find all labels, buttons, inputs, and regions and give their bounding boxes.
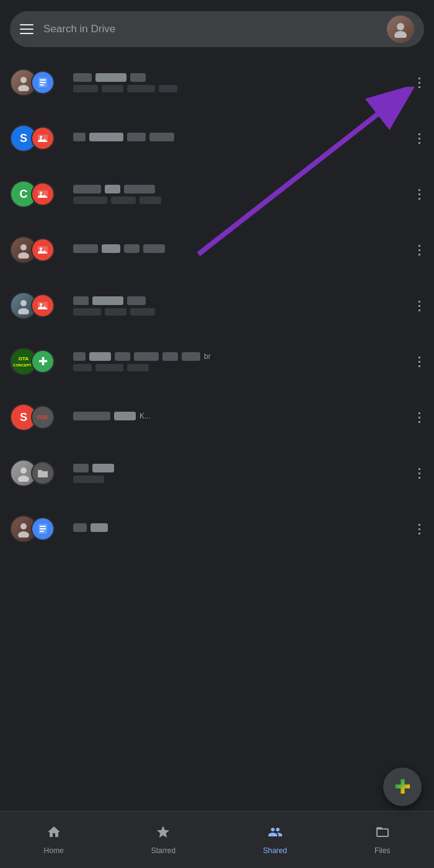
files-icon bbox=[375, 825, 390, 843]
more-options-button[interactable]: ⋮ bbox=[409, 73, 429, 92]
avatar-image bbox=[387, 16, 414, 43]
file-meta-row bbox=[73, 476, 409, 483]
svg-point-15 bbox=[18, 252, 29, 259]
svg-point-17 bbox=[40, 247, 42, 250]
file-meta-row bbox=[73, 308, 409, 316]
file-meta-row bbox=[73, 197, 409, 204]
svg-point-14 bbox=[20, 244, 27, 250]
file-type-folder-icon bbox=[31, 461, 55, 485]
nav-files-label: Files bbox=[374, 846, 390, 855]
file-info: K... bbox=[73, 412, 409, 423]
file-type-image-icon bbox=[31, 294, 55, 317]
file-item-icons bbox=[10, 459, 66, 487]
list-item[interactable]: ⋮ bbox=[0, 445, 434, 501]
fab-button[interactable]: ✚ bbox=[383, 768, 422, 806]
file-info bbox=[73, 244, 409, 256]
bottom-navigation: Home Starred Shared Files bbox=[0, 811, 434, 868]
file-info bbox=[73, 523, 409, 535]
svg-point-4 bbox=[20, 77, 27, 83]
search-bar[interactable]: Search in Drive bbox=[10, 11, 424, 47]
file-name-row bbox=[73, 73, 409, 82]
svg-rect-30 bbox=[40, 526, 46, 527]
nav-home[interactable]: Home bbox=[32, 820, 76, 860]
nav-shared[interactable]: Shared bbox=[250, 820, 299, 860]
list-item[interactable]: GTA CONCEPTS ✚ br ⋮ bbox=[0, 334, 434, 389]
list-item[interactable]: S ⋮ bbox=[0, 110, 434, 166]
file-item-icons bbox=[10, 515, 66, 542]
file-type-plus-icon: ✚ bbox=[31, 350, 55, 373]
file-name-row bbox=[73, 296, 409, 305]
list-item[interactable]: S PDF K... ⋮ bbox=[0, 389, 434, 445]
home-icon bbox=[46, 825, 61, 843]
file-type-pdf-icon: PDF bbox=[31, 405, 55, 429]
svg-rect-9 bbox=[40, 84, 44, 86]
list-item[interactable]: ⋮ bbox=[0, 222, 434, 278]
file-info bbox=[73, 73, 409, 92]
more-options-button[interactable]: ⋮ bbox=[409, 184, 429, 204]
svg-point-25 bbox=[20, 467, 27, 474]
svg-point-0 bbox=[397, 23, 404, 30]
file-list: ⋮ S ⋮ C bbox=[0, 55, 434, 619]
file-type-doc-icon bbox=[31, 517, 55, 541]
file-meta-row bbox=[73, 364, 409, 371]
menu-icon[interactable] bbox=[20, 24, 33, 34]
nav-shared-label: Shared bbox=[263, 846, 287, 855]
file-item-icons: GTA CONCEPTS ✚ bbox=[10, 348, 66, 375]
star-icon bbox=[156, 825, 170, 843]
svg-point-18 bbox=[20, 300, 27, 306]
svg-rect-31 bbox=[40, 528, 46, 529]
svg-point-19 bbox=[18, 308, 29, 314]
file-type-doc-icon bbox=[31, 71, 55, 94]
nav-starred-label: Starred bbox=[151, 846, 175, 855]
file-name-row: br bbox=[73, 352, 409, 361]
file-name-row bbox=[73, 523, 409, 532]
file-item-icons bbox=[10, 292, 66, 319]
nav-files[interactable]: Files bbox=[362, 820, 402, 860]
file-info bbox=[73, 296, 409, 316]
file-item-icons: C bbox=[10, 180, 66, 208]
more-options-button[interactable]: ⋮ bbox=[409, 519, 429, 539]
more-options-button[interactable]: ⋮ bbox=[409, 463, 429, 483]
svg-point-27 bbox=[20, 523, 27, 529]
svg-point-11 bbox=[40, 136, 42, 138]
file-meta-row bbox=[73, 85, 409, 92]
more-options-button[interactable]: ⋮ bbox=[409, 296, 429, 316]
file-info bbox=[73, 185, 409, 204]
file-info: br bbox=[73, 352, 409, 371]
file-item-icons: S PDF bbox=[10, 404, 66, 431]
list-item[interactable]: C ⋮ bbox=[0, 166, 434, 222]
svg-point-1 bbox=[394, 31, 407, 38]
more-options-button[interactable]: ⋮ bbox=[409, 128, 429, 148]
svg-point-5 bbox=[18, 85, 29, 91]
nav-starred[interactable]: Starred bbox=[139, 820, 188, 860]
file-info bbox=[73, 464, 409, 483]
svg-rect-7 bbox=[40, 79, 46, 81]
list-item[interactable]: ⋮ bbox=[0, 501, 434, 557]
profile-avatar[interactable] bbox=[387, 16, 414, 43]
file-info bbox=[73, 133, 409, 144]
file-item-icons bbox=[10, 236, 66, 264]
nav-home-label: Home bbox=[44, 846, 64, 855]
file-name-row bbox=[73, 185, 409, 193]
svg-point-28 bbox=[18, 531, 29, 538]
svg-point-13 bbox=[40, 192, 42, 194]
file-name-row bbox=[73, 244, 409, 253]
svg-point-26 bbox=[18, 476, 29, 482]
file-name-row: K... bbox=[73, 412, 409, 420]
list-item[interactable]: ⋮ bbox=[0, 55, 434, 110]
more-options-button[interactable]: ⋮ bbox=[409, 407, 429, 427]
file-name-row bbox=[73, 133, 409, 141]
svg-text:GTA: GTA bbox=[19, 356, 29, 361]
file-item-icons: S bbox=[10, 125, 66, 152]
search-placeholder: Search in Drive bbox=[43, 23, 387, 35]
more-options-button[interactable]: ⋮ bbox=[409, 240, 429, 260]
file-name-row bbox=[73, 464, 409, 472]
list-item[interactable]: ⋮ bbox=[0, 278, 434, 334]
svg-point-21 bbox=[40, 303, 42, 306]
file-type-image-icon bbox=[31, 182, 55, 206]
file-type-image-icon bbox=[31, 126, 55, 150]
svg-rect-32 bbox=[40, 531, 44, 532]
svg-rect-8 bbox=[40, 82, 46, 83]
more-options-button[interactable]: ⋮ bbox=[409, 352, 429, 371]
file-type-image-icon bbox=[31, 238, 55, 262]
